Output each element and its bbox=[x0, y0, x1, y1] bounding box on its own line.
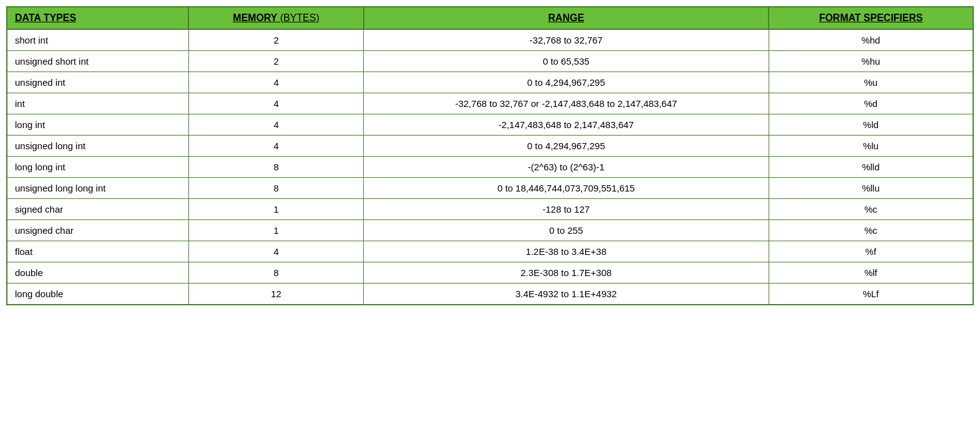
cell-format: %d bbox=[769, 93, 973, 114]
cell-format: %c bbox=[769, 220, 973, 241]
cell-range: -32,768 to 32,767 bbox=[364, 29, 769, 51]
cell-type: short int bbox=[7, 29, 188, 51]
cell-memory: 8 bbox=[188, 157, 363, 178]
table-row: short int2-32,768 to 32,767%hd bbox=[7, 29, 973, 51]
header-range-text: RANGE bbox=[548, 12, 585, 23]
cell-type: float bbox=[7, 241, 188, 262]
col-header-data-types: DATA TYPES bbox=[7, 7, 188, 29]
header-format-text: FORMAT SPECIFIERS bbox=[819, 12, 923, 23]
cell-type: long long int bbox=[7, 157, 188, 178]
table-row: unsigned int40 to 4,294,967,295%u bbox=[7, 72, 973, 93]
table-row: int4-32,768 to 32,767 or -2,147,483,648 … bbox=[7, 93, 973, 114]
cell-type: unsigned char bbox=[7, 220, 188, 241]
cell-memory: 8 bbox=[188, 262, 363, 284]
cell-format: %lu bbox=[769, 136, 973, 157]
cell-range: 0 to 4,294,967,295 bbox=[364, 136, 769, 157]
table-row: signed char1-128 to 127%c bbox=[7, 199, 973, 220]
table-row: unsigned long long int80 to 18,446,744,0… bbox=[7, 178, 973, 199]
cell-range: 1.2E-38 to 3.4E+38 bbox=[364, 241, 769, 262]
cell-range: -2,147,483,648 to 2,147,483,647 bbox=[364, 114, 769, 136]
cell-range: 2.3E-308 to 1.7E+308 bbox=[364, 262, 769, 284]
table-row: long int4-2,147,483,648 to 2,147,483,647… bbox=[7, 114, 973, 136]
cell-format: %f bbox=[769, 241, 973, 262]
cell-type: unsigned int bbox=[7, 72, 188, 93]
data-types-table: DATA TYPES MEMORY (BYTES) RANGE FORMAT S… bbox=[6, 6, 974, 305]
cell-range: -128 to 127 bbox=[364, 199, 769, 220]
cell-format: %lf bbox=[769, 262, 973, 284]
col-header-format: FORMAT SPECIFIERS bbox=[769, 7, 973, 29]
cell-type: long int bbox=[7, 114, 188, 136]
cell-type: signed char bbox=[7, 199, 188, 220]
table-row: unsigned short int20 to 65,535%hu bbox=[7, 51, 973, 72]
cell-type: unsigned short int bbox=[7, 51, 188, 72]
table-row: double82.3E-308 to 1.7E+308%lf bbox=[7, 262, 973, 284]
cell-range: -(2^63) to (2^63)-1 bbox=[364, 157, 769, 178]
cell-format: %c bbox=[769, 199, 973, 220]
header-memory-bold: MEMORY bbox=[233, 12, 277, 23]
cell-format: %Lf bbox=[769, 284, 973, 305]
cell-type: unsigned long long int bbox=[7, 178, 188, 199]
cell-format: %hd bbox=[769, 29, 973, 51]
header-memory-normal: (BYTES) bbox=[277, 12, 320, 23]
header-data-types-text: DATA TYPES bbox=[15, 12, 76, 23]
cell-format: %ld bbox=[769, 114, 973, 136]
cell-type: int bbox=[7, 93, 188, 114]
cell-type: unsigned long int bbox=[7, 136, 188, 157]
cell-memory: 4 bbox=[188, 93, 363, 114]
cell-memory: 4 bbox=[188, 241, 363, 262]
cell-format: %hu bbox=[769, 51, 973, 72]
cell-memory: 1 bbox=[188, 220, 363, 241]
cell-range: 3.4E-4932 to 1.1E+4932 bbox=[364, 284, 769, 305]
col-header-memory: MEMORY (BYTES) bbox=[188, 7, 363, 29]
cell-range: -32,768 to 32,767 or -2,147,483,648 to 2… bbox=[364, 93, 769, 114]
table-row: long double123.4E-4932 to 1.1E+4932%Lf bbox=[7, 284, 973, 305]
cell-range: 0 to 65,535 bbox=[364, 51, 769, 72]
col-header-range: RANGE bbox=[364, 7, 769, 29]
table-row: long long int8-(2^63) to (2^63)-1%lld bbox=[7, 157, 973, 178]
table-row: unsigned long int40 to 4,294,967,295%lu bbox=[7, 136, 973, 157]
cell-format: %u bbox=[769, 72, 973, 93]
cell-memory: 4 bbox=[188, 114, 363, 136]
cell-memory: 4 bbox=[188, 72, 363, 93]
table-row: unsigned char10 to 255%c bbox=[7, 220, 973, 241]
cell-range: 0 to 4,294,967,295 bbox=[364, 72, 769, 93]
cell-format: %lld bbox=[769, 157, 973, 178]
cell-type: double bbox=[7, 262, 188, 284]
table-row: float41.2E-38 to 3.4E+38%f bbox=[7, 241, 973, 262]
cell-format: %llu bbox=[769, 178, 973, 199]
cell-memory: 4 bbox=[188, 136, 363, 157]
cell-type: long double bbox=[7, 284, 188, 305]
cell-memory: 2 bbox=[188, 51, 363, 72]
cell-range: 0 to 18,446,744,073,709,551,615 bbox=[364, 178, 769, 199]
cell-memory: 12 bbox=[188, 284, 363, 305]
cell-memory: 2 bbox=[188, 29, 363, 51]
cell-memory: 8 bbox=[188, 178, 363, 199]
cell-range: 0 to 255 bbox=[364, 220, 769, 241]
cell-memory: 1 bbox=[188, 199, 363, 220]
